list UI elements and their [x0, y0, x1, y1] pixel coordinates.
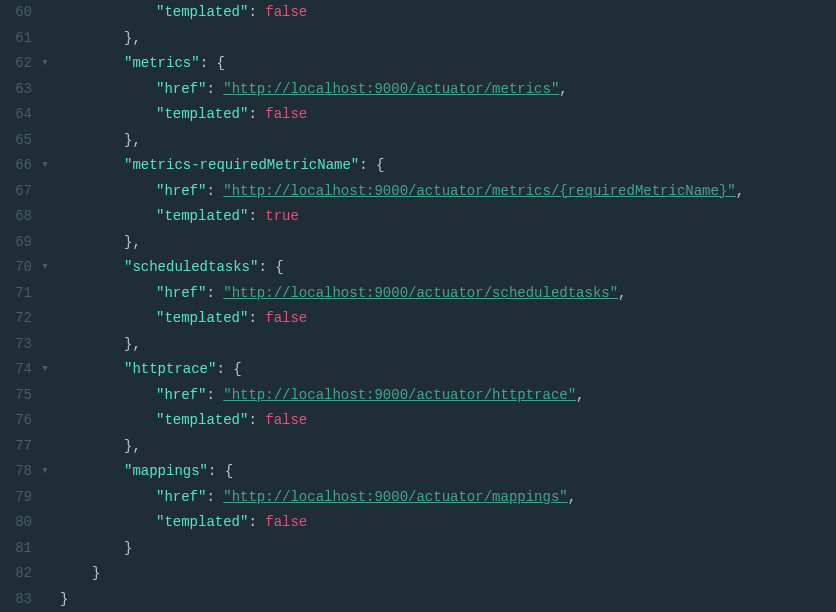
- gutter-line: 61: [0, 26, 52, 52]
- code-line[interactable]: "templated": false: [60, 0, 836, 26]
- gutter-line: 60: [0, 0, 52, 26]
- code-line[interactable]: "href": "http://localhost:9000/actuator/…: [60, 281, 836, 307]
- token-brace: },: [124, 230, 141, 256]
- token-comma: ,: [618, 281, 626, 307]
- gutter-line: 67: [0, 179, 52, 205]
- gutter-line: 68: [0, 204, 52, 230]
- code-line[interactable]: },: [60, 230, 836, 256]
- token-brace: {: [216, 51, 224, 77]
- token-colon: :: [248, 306, 265, 332]
- line-number: 64: [8, 102, 32, 128]
- gutter-line: 83: [0, 587, 52, 613]
- gutter-line: 66▼: [0, 153, 52, 179]
- code-line[interactable]: "httptrace": {: [60, 357, 836, 383]
- code-line[interactable]: "scheduledtasks": {: [60, 255, 836, 281]
- line-number: 80: [8, 510, 32, 536]
- gutter-line: 69: [0, 230, 52, 256]
- token-key: "mappings": [124, 459, 208, 485]
- code-line[interactable]: "href": "http://localhost:9000/actuator/…: [60, 77, 836, 103]
- token-colon: :: [206, 281, 223, 307]
- gutter-line: 73: [0, 332, 52, 358]
- token-key: "href": [156, 281, 206, 307]
- token-colon: :: [206, 179, 223, 205]
- line-number: 74: [8, 357, 32, 383]
- token-link[interactable]: "http://localhost:9000/actuator/mappings…: [223, 485, 567, 511]
- token-link[interactable]: "http://localhost:9000/actuator/metrics": [223, 77, 559, 103]
- code-line[interactable]: "href": "http://localhost:9000/actuator/…: [60, 485, 836, 511]
- line-number: 61: [8, 26, 32, 52]
- token-bool: false: [265, 102, 307, 128]
- token-colon: :: [206, 383, 223, 409]
- token-key: "href": [156, 77, 206, 103]
- gutter-line: 65: [0, 128, 52, 154]
- code-line[interactable]: "templated": false: [60, 306, 836, 332]
- fold-toggle-icon[interactable]: ▼: [38, 357, 52, 383]
- token-key: "href": [156, 383, 206, 409]
- gutter-line: 64: [0, 102, 52, 128]
- line-number: 75: [8, 383, 32, 409]
- line-number: 62: [8, 51, 32, 77]
- line-number: 83: [8, 587, 32, 613]
- code-line[interactable]: },: [60, 26, 836, 52]
- code-editor[interactable]: 606162▼63646566▼67686970▼71727374▼757677…: [0, 0, 836, 612]
- token-brace: {: [233, 357, 241, 383]
- code-line[interactable]: "href": "http://localhost:9000/actuator/…: [60, 383, 836, 409]
- token-bool: false: [265, 510, 307, 536]
- gutter-line: 72: [0, 306, 52, 332]
- gutter-line: 79: [0, 485, 52, 511]
- fold-toggle-icon[interactable]: ▼: [38, 51, 52, 77]
- code-line[interactable]: },: [60, 332, 836, 358]
- code-line[interactable]: }: [60, 587, 836, 613]
- fold-toggle-icon[interactable]: ▼: [38, 459, 52, 485]
- fold-toggle-icon[interactable]: ▼: [38, 255, 52, 281]
- gutter-line: 76: [0, 408, 52, 434]
- gutter-line: 80: [0, 510, 52, 536]
- token-key: "metrics": [124, 51, 200, 77]
- code-line[interactable]: "templated": false: [60, 102, 836, 128]
- token-colon: :: [359, 153, 376, 179]
- code-line[interactable]: }: [60, 561, 836, 587]
- code-line[interactable]: },: [60, 434, 836, 460]
- gutter-line: 63: [0, 77, 52, 103]
- code-line[interactable]: "metrics-requiredMetricName": {: [60, 153, 836, 179]
- token-colon: :: [208, 459, 225, 485]
- code-line[interactable]: "templated": true: [60, 204, 836, 230]
- token-bool: false: [265, 0, 307, 26]
- code-area[interactable]: "templated": false},"metrics": {"href": …: [60, 0, 836, 612]
- line-number: 76: [8, 408, 32, 434]
- fold-toggle-icon[interactable]: ▼: [38, 153, 52, 179]
- token-colon: :: [216, 357, 233, 383]
- token-brace: },: [124, 332, 141, 358]
- token-brace: },: [124, 128, 141, 154]
- token-brace: }: [60, 587, 68, 613]
- code-line[interactable]: "templated": false: [60, 510, 836, 536]
- code-line[interactable]: },: [60, 128, 836, 154]
- gutter-line: 71: [0, 281, 52, 307]
- token-colon: :: [258, 255, 275, 281]
- line-number: 82: [8, 561, 32, 587]
- gutter-line: 62▼: [0, 51, 52, 77]
- token-link[interactable]: "http://localhost:9000/actuator/httptrac…: [223, 383, 576, 409]
- token-colon: :: [200, 51, 217, 77]
- token-comma: ,: [576, 383, 584, 409]
- line-number: 81: [8, 536, 32, 562]
- token-comma: ,: [568, 485, 576, 511]
- token-link[interactable]: "http://localhost:9000/actuator/metrics/…: [223, 179, 735, 205]
- gutter-line: 78▼: [0, 459, 52, 485]
- token-bool: true: [265, 204, 299, 230]
- line-number: 77: [8, 434, 32, 460]
- token-key: "httptrace": [124, 357, 216, 383]
- line-number: 70: [8, 255, 32, 281]
- code-line[interactable]: "href": "http://localhost:9000/actuator/…: [60, 179, 836, 205]
- line-number: 71: [8, 281, 32, 307]
- code-line[interactable]: }: [60, 536, 836, 562]
- token-key: "href": [156, 485, 206, 511]
- code-line[interactable]: "mappings": {: [60, 459, 836, 485]
- token-bool: false: [265, 306, 307, 332]
- token-link[interactable]: "http://localhost:9000/actuator/schedule…: [223, 281, 618, 307]
- token-key: "templated": [156, 0, 248, 26]
- token-colon: :: [248, 204, 265, 230]
- code-line[interactable]: "metrics": {: [60, 51, 836, 77]
- code-line[interactable]: "templated": false: [60, 408, 836, 434]
- token-key: "templated": [156, 204, 248, 230]
